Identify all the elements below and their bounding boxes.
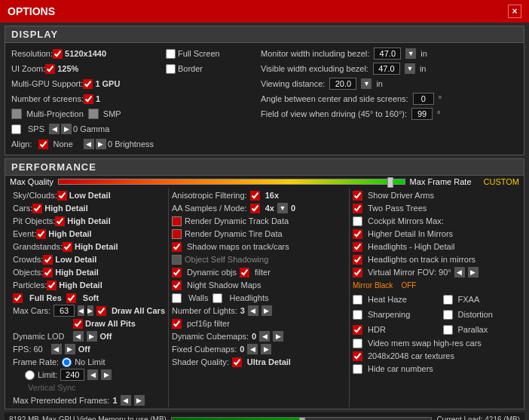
limit-input[interactable] [60, 369, 84, 381]
drawallcars-checkbox[interactable] [96, 306, 106, 316]
fullres-checkbox[interactable] [13, 293, 23, 303]
visible-width-input[interactable] [373, 63, 400, 75]
multigpu-checkbox[interactable] [83, 79, 93, 89]
virtualmirror-right[interactable]: ▶ [468, 267, 479, 277]
shaderquality-checkbox[interactable] [232, 357, 242, 367]
objects-checkbox[interactable] [43, 268, 53, 277]
shaderquality-label: Shader Quality: [172, 357, 229, 366]
dyncubemaps-left[interactable]: ◀ [259, 331, 270, 342]
sps-checkbox[interactable] [11, 124, 21, 134]
particles-checkbox[interactable] [47, 281, 57, 290]
sky-checkbox[interactable] [57, 191, 67, 201]
cockpitmirrors-label: Cockpit Mirrors Max: [368, 216, 444, 225]
quality-slider[interactable] [58, 179, 405, 185]
limit-left[interactable]: ◀ [87, 369, 98, 380]
grandstands-label: Grandstands: [13, 242, 63, 251]
fov-input[interactable] [411, 108, 433, 120]
dynobj-checkbox[interactable] [172, 268, 182, 277]
numscreens-checkbox[interactable] [84, 94, 93, 104]
grandstands-checkbox[interactable] [63, 242, 72, 252]
crowds-label: Crowds: [13, 255, 43, 264]
sharpening-checkbox[interactable] [353, 310, 362, 320]
pcf-checkbox[interactable] [172, 319, 182, 329]
distortion-checkbox[interactable] [443, 310, 453, 320]
pit-checkbox[interactable] [55, 216, 65, 226]
maxcars-right[interactable]: ▶ [87, 305, 93, 316]
filter-checkbox[interactable] [240, 268, 249, 277]
event-checkbox[interactable] [36, 229, 46, 239]
fixedcubemaps-left[interactable]: ◀ [247, 344, 258, 354]
parallax-checkbox[interactable] [443, 325, 453, 335]
showdriver-label: Show Driver Arms [368, 191, 434, 200]
maxcars-left[interactable]: ◀ [78, 305, 84, 316]
brightness-left[interactable]: ◀ [84, 139, 94, 149]
drawallpits-label: Draw All Pits [85, 319, 136, 328]
monitor-width-down[interactable]: ▼ [405, 48, 416, 59]
cars-checkbox[interactable] [32, 204, 42, 213]
crowds-checkbox[interactable] [43, 255, 53, 265]
border-checkbox[interactable] [166, 64, 176, 74]
gamma-right[interactable]: ▶ [61, 124, 72, 134]
aniso-checkbox[interactable] [250, 191, 260, 201]
close-button[interactable]: × [508, 5, 521, 18]
aa-down[interactable]: ▼ [277, 203, 288, 213]
brightness-right[interactable]: ▶ [96, 139, 106, 149]
numlights-label: Number of Lights: [172, 306, 237, 315]
fixedcubemaps-right[interactable]: ▶ [261, 344, 271, 354]
viewing-dist-down[interactable]: ▼ [361, 78, 372, 89]
drawallpits-checkbox[interactable] [73, 319, 83, 329]
hdr-checkbox[interactable] [353, 325, 362, 335]
fps-left[interactable]: ◀ [51, 344, 62, 354]
limit-right[interactable]: ▶ [101, 369, 112, 380]
soft-checkbox[interactable] [66, 293, 76, 303]
walls-checkbox[interactable] [172, 293, 182, 303]
viewing-dist-input[interactable] [329, 78, 356, 90]
showdriver-checkbox[interactable] [353, 191, 362, 201]
gamma-control: ◀ ▶ 0 Gamma [49, 124, 109, 134]
headlightshigh-checkbox[interactable] [353, 242, 362, 252]
none-checkbox[interactable] [38, 139, 48, 149]
visible-width-down[interactable]: ▼ [405, 63, 415, 74]
gamma-left[interactable]: ◀ [49, 124, 60, 134]
uizoom-checkbox[interactable] [45, 64, 55, 74]
aa-checkbox[interactable] [250, 204, 260, 213]
gpu-desc: Max GPU Video Memory to use (MB) [42, 415, 167, 420]
headlights-checkbox[interactable] [213, 293, 222, 303]
cockpitmirrors-checkbox[interactable] [353, 216, 362, 226]
max-framerate-label: Max Frame Rate [410, 177, 472, 186]
maxprerendered-left[interactable]: ◀ [121, 395, 131, 406]
uizoom-label: UI Zoom: [11, 64, 45, 73]
nightshadow-checkbox[interactable] [172, 281, 182, 290]
twopass-checkbox[interactable] [353, 204, 362, 213]
headlightstrack-checkbox[interactable] [353, 255, 362, 265]
dynlod-left[interactable]: ◀ [73, 331, 84, 342]
gpu-fill [172, 418, 304, 421]
numlights-right[interactable]: ▶ [261, 305, 272, 316]
dynlod-right[interactable]: ▶ [87, 331, 97, 342]
virtualmirror-left[interactable]: ◀ [454, 267, 465, 277]
cartextures-checkbox[interactable] [353, 351, 362, 361]
maxcars-input[interactable] [54, 305, 75, 317]
numlights-left[interactable]: ◀ [248, 305, 258, 316]
virtualmirror-checkbox[interactable] [353, 268, 362, 277]
maxprerendered-right[interactable]: ▶ [134, 395, 145, 406]
fullscreen-checkbox[interactable] [166, 49, 176, 59]
fxaa-checkbox[interactable] [443, 295, 453, 305]
gpu-slider[interactable] [171, 417, 432, 421]
fps-right[interactable]: ▶ [65, 344, 75, 354]
limit-radio[interactable] [25, 370, 35, 380]
videomem-checkbox[interactable] [353, 339, 362, 348]
fov-unit: ° [437, 109, 440, 118]
dyncubemaps-right[interactable]: ▶ [273, 331, 283, 342]
resolution-checkbox[interactable] [53, 49, 63, 59]
higherdetail-checkbox[interactable] [353, 229, 362, 239]
pit-label: Pit Objects: [13, 216, 55, 225]
nolimit-radio[interactable] [62, 357, 72, 367]
hidecar-checkbox[interactable] [353, 364, 362, 374]
monitor-width-input[interactable] [374, 48, 401, 60]
twopass-label: Two Pass Trees [368, 204, 427, 213]
heathaze-checkbox[interactable] [353, 295, 362, 305]
shadowmaps-checkbox[interactable] [172, 242, 182, 252]
objects-value: High Detail [55, 268, 98, 277]
angle-input[interactable] [413, 93, 434, 105]
